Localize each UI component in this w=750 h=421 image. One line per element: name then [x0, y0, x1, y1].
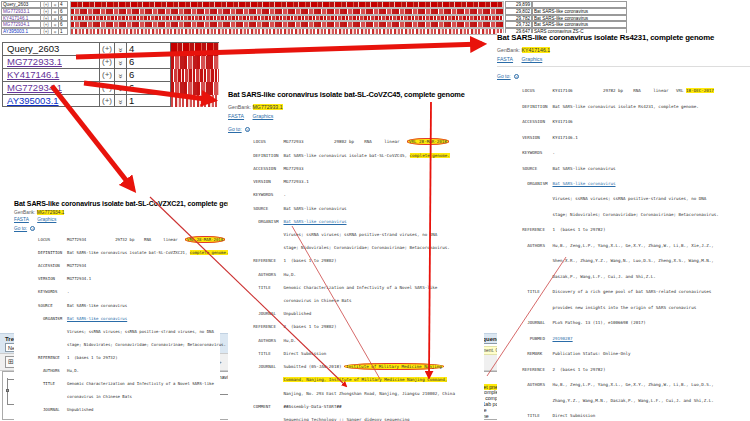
alignment-heatmap[interactable]: [70, 15, 504, 22]
goto-link[interactable]: Go to:: [497, 73, 511, 79]
collapse-chevron-icon[interactable]: »: [115, 69, 127, 82]
record-field-value: Sequencing Technology :: Sanger dideoxy …: [283, 417, 409, 421]
accession-link[interactable]: KY417146.1: [522, 47, 551, 53]
record-field-key: DEFINITION: [522, 104, 552, 109]
accession-link[interactable]: MG772933.1: [253, 104, 283, 110]
alignment-heatmap[interactable]: [171, 82, 219, 95]
record-field-value: Hu,D.: [67, 368, 79, 373]
collapse-chevron-icon[interactable]: »: [52, 1, 59, 8]
text-part[interactable]: 29190287: [552, 336, 572, 341]
collapse-chevron-icon[interactable]: »: [115, 95, 127, 108]
goto-row[interactable]: Go to: v: [228, 126, 484, 132]
fasta-link[interactable]: FASTA: [497, 56, 513, 62]
expand-button[interactable]: (+): [100, 82, 115, 95]
expand-button[interactable]: (+): [100, 56, 115, 69]
accession-link[interactable]: MG772934.1: [37, 210, 65, 215]
text-part: stage; Nidovirales; Coronaviridae; Coron…: [283, 245, 449, 250]
record-field-value: Zhang,Y.Z., Wang,M.N., Daszak,P., Wang,L…: [552, 398, 713, 403]
record-field-value: Hu,B., Zeng,L.P., Yang,X.L., Ge,X.Y., Zh…: [552, 243, 713, 248]
collapse-chevron-icon[interactable]: »: [115, 82, 127, 95]
sequence-link[interactable]: AY395003.1: [1, 28, 41, 35]
collapse-chevron-icon[interactable]: »: [115, 56, 127, 69]
record-field-value: Command, Nanjing, Institute of Military …: [283, 377, 447, 382]
expand-button[interactable]: (+): [41, 15, 52, 22]
sequence-link[interactable]: MG772933.1: [3, 56, 100, 69]
goto-chevron-icon[interactable]: v: [245, 127, 250, 132]
record-line: JOURNALUnpublished: [228, 308, 484, 321]
genbank-panel-zc45: Bat SARS-like coronavirus isolate bat-SL…: [228, 90, 484, 421]
sequence-link[interactable]: MG772934.1: [1, 21, 41, 28]
record-line: provides new insights into the origin of…: [497, 300, 750, 315]
sequence-link[interactable]: MG772934.1: [3, 82, 100, 95]
expand-button[interactable]: (+): [100, 95, 115, 108]
hit-count: 4: [127, 43, 171, 56]
text-part[interactable]: Bat SARS-like coronavirus: [67, 316, 127, 321]
sequence-length: 29,782: [505, 15, 532, 22]
sequence-link[interactable]: KY417146.1: [1, 15, 41, 22]
goto-row[interactable]: Go to: v: [14, 226, 220, 231]
alignment-heatmap[interactable]: [70, 28, 504, 35]
fasta-link[interactable]: FASTA: [14, 217, 29, 222]
record-field-value: Nanjing, No. 293 East Zhongshan Road, Na…: [283, 391, 454, 396]
record-field-value: Viruses; ssRNA viruses; ssRNA positive-s…: [67, 329, 214, 334]
collapse-chevron-icon[interactable]: »: [52, 28, 59, 35]
collapse-chevron-icon[interactable]: »: [52, 21, 59, 28]
expand-button[interactable]: (+): [41, 21, 52, 28]
expand-button[interactable]: (+): [100, 43, 115, 56]
alignment-heatmap[interactable]: [70, 21, 504, 28]
graphics-link[interactable]: Graphics: [522, 56, 543, 62]
record-line: KEYWORDS.: [497, 145, 750, 160]
expand-button[interactable]: (+): [41, 28, 52, 35]
record-field-key: LOCUS: [253, 140, 283, 144]
goto-link[interactable]: Go to:: [14, 226, 27, 231]
sequence-link[interactable]: MG772933.1: [1, 8, 41, 15]
text-part[interactable]: Bat SARS-like coronavirus: [283, 219, 346, 224]
record-field-key: JOURNAL: [522, 320, 552, 325]
alignment-heatmap[interactable]: [171, 95, 219, 108]
record-field-value: 1 (bases 1 to 29732): [67, 355, 118, 360]
collapse-chevron-icon[interactable]: »: [115, 43, 127, 56]
goto-row[interactable]: Go to: v: [497, 73, 750, 79]
hit-list-row: AY395003.1 (+) » 1: [3, 95, 219, 108]
record-field-value: MG772934.1: [67, 276, 91, 281]
text-part: Direct Submission: [283, 351, 326, 356]
alignment-heatmap[interactable]: [70, 1, 504, 8]
text-part: Publication Status: Online-Only: [552, 351, 630, 356]
collapse-chevron-icon[interactable]: »: [52, 8, 59, 15]
record-line: LOCUSKY417146 29782 bp RNA linear VRL 18…: [497, 83, 750, 98]
text-part: Unpublished: [283, 311, 311, 316]
record-line: Viruses; ssRNA viruses; ssRNA positive-s…: [14, 325, 220, 338]
sequence-link[interactable]: KY417146.1: [3, 69, 100, 82]
alignment-heatmap[interactable]: [70, 8, 504, 15]
record-line: VERSIONMG772933.1: [228, 176, 484, 189]
goto-link[interactable]: Go to:: [228, 126, 242, 132]
record-line: coronavirus in Chinese Bats: [228, 295, 484, 308]
fasta-link[interactable]: FASTA: [228, 113, 244, 119]
record-line: REFERENCE1 (bases 1 to 29732): [14, 351, 220, 364]
record-line: LOCUSMG772933 29802 bp RNA linear VRL 28…: [228, 136, 484, 149]
graphics-link[interactable]: Graphics: [37, 217, 56, 222]
text-part: Bat SARS-like coronavirus: [67, 303, 127, 308]
collapse-chevron-icon[interactable]: »: [52, 15, 59, 22]
hit-count: 6: [127, 69, 171, 82]
tree-internal-node[interactable]: [6, 389, 9, 392]
expand-button[interactable]: (+): [100, 69, 115, 82]
goto-chevron-icon[interactable]: v: [30, 226, 35, 231]
record-field-key: SOURCE: [38, 304, 67, 308]
alignment-heatmap[interactable]: [171, 56, 219, 69]
expand-button[interactable]: (+): [41, 1, 52, 8]
alignment-heatmap[interactable]: [171, 43, 219, 56]
text-part[interactable]: Bat SARS-like coronavirus: [552, 181, 615, 186]
alignment-heatmap[interactable]: [171, 69, 219, 82]
genbank-label: GenBank:: [228, 104, 251, 110]
genbank-accession-line: GenBank: KY417146.1: [497, 47, 750, 53]
sequence-link[interactable]: Query_2603: [1, 1, 41, 8]
goto-chevron-icon[interactable]: v: [514, 74, 519, 79]
sequence-link[interactable]: AY395003.1: [3, 95, 100, 108]
graphics-link[interactable]: Graphics: [253, 113, 274, 119]
text-part: 1 (bases 1 to 29802): [283, 258, 336, 263]
sequence-link[interactable]: Query_2603: [3, 43, 100, 56]
expand-button[interactable]: (+): [41, 8, 52, 15]
record-line: stage; Nidovirales; Coronaviridae; Coron…: [14, 338, 220, 351]
record-line: Command, Nanjing, Institute of Military …: [228, 374, 484, 387]
